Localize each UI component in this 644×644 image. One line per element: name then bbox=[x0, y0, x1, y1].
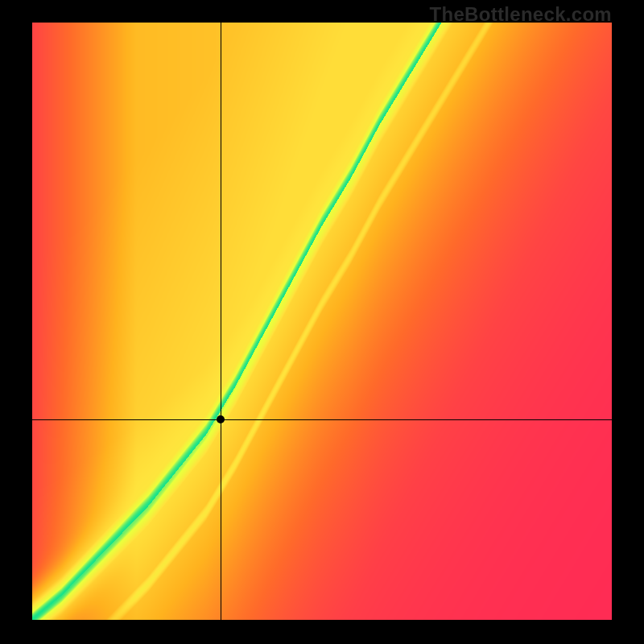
heatmap-plot-area bbox=[32, 23, 612, 620]
chart-frame: TheBottleneck.com bbox=[0, 0, 644, 644]
heatmap-canvas bbox=[32, 23, 612, 620]
